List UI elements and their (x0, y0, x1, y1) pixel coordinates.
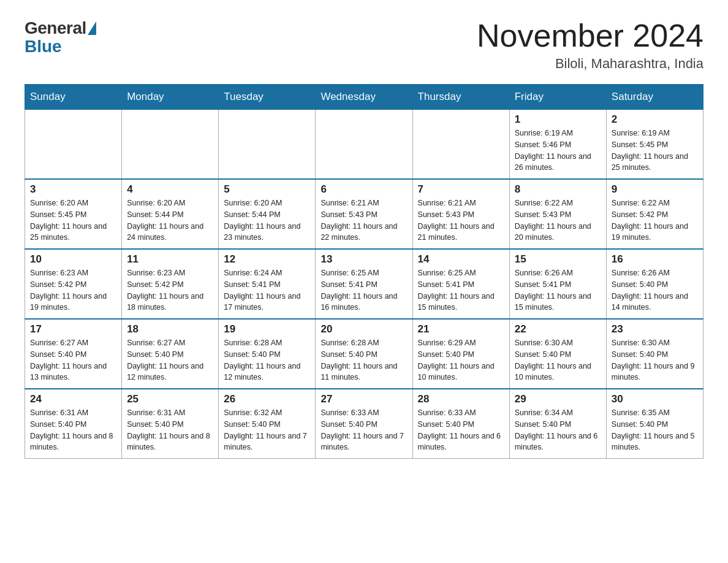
day-info: Sunrise: 6:27 AM Sunset: 5:40 PM Dayligh… (127, 337, 213, 383)
day-number: 17 (30, 323, 116, 335)
day-info: Sunrise: 6:25 AM Sunset: 5:41 PM Dayligh… (418, 267, 504, 313)
day-number: 8 (515, 183, 601, 196)
calendar-cell (122, 110, 219, 180)
calendar-cell: 8Sunrise: 6:22 AM Sunset: 5:43 PM Daylig… (509, 179, 606, 249)
calendar-cell: 20Sunrise: 6:28 AM Sunset: 5:40 PM Dayli… (316, 319, 412, 389)
day-info: Sunrise: 6:22 AM Sunset: 5:42 PM Dayligh… (612, 197, 698, 243)
calendar-week-row: 3Sunrise: 6:20 AM Sunset: 5:45 PM Daylig… (25, 179, 703, 249)
day-number: 23 (612, 323, 698, 335)
day-info: Sunrise: 6:23 AM Sunset: 5:42 PM Dayligh… (127, 267, 213, 313)
day-info: Sunrise: 6:19 AM Sunset: 5:46 PM Dayligh… (515, 128, 601, 174)
day-number: 22 (515, 323, 601, 335)
day-number: 27 (320, 393, 407, 405)
day-info: Sunrise: 6:20 AM Sunset: 5:44 PM Dayligh… (127, 197, 213, 243)
calendar-cell: 14Sunrise: 6:25 AM Sunset: 5:41 PM Dayli… (412, 249, 509, 319)
day-info: Sunrise: 6:33 AM Sunset: 5:40 PM Dayligh… (418, 407, 504, 453)
calendar-cell: 6Sunrise: 6:21 AM Sunset: 5:43 PM Daylig… (316, 179, 412, 249)
day-info: Sunrise: 6:26 AM Sunset: 5:41 PM Dayligh… (515, 267, 601, 313)
day-number: 28 (418, 393, 504, 405)
calendar-cell: 10Sunrise: 6:23 AM Sunset: 5:42 PM Dayli… (25, 249, 122, 319)
calendar-header-monday: Monday (122, 85, 219, 110)
calendar-cell: 19Sunrise: 6:28 AM Sunset: 5:40 PM Dayli… (219, 319, 316, 389)
calendar-cell (25, 110, 122, 180)
day-number: 24 (30, 393, 116, 405)
calendar-header-friday: Friday (509, 85, 606, 110)
day-number: 18 (127, 323, 213, 335)
day-number: 26 (224, 393, 310, 405)
calendar-cell: 3Sunrise: 6:20 AM Sunset: 5:45 PM Daylig… (25, 179, 122, 249)
calendar-cell: 26Sunrise: 6:32 AM Sunset: 5:40 PM Dayli… (219, 389, 316, 459)
calendar-cell (219, 110, 316, 180)
calendar-cell: 21Sunrise: 6:29 AM Sunset: 5:40 PM Dayli… (412, 319, 509, 389)
day-number: 9 (612, 183, 698, 196)
day-number: 1 (515, 113, 601, 126)
day-info: Sunrise: 6:30 AM Sunset: 5:40 PM Dayligh… (515, 337, 601, 383)
day-number: 16 (612, 253, 698, 266)
logo-general-text: General (25, 18, 86, 38)
day-info: Sunrise: 6:20 AM Sunset: 5:44 PM Dayligh… (224, 197, 310, 243)
day-number: 5 (224, 183, 310, 196)
day-info: Sunrise: 6:30 AM Sunset: 5:40 PM Dayligh… (612, 337, 698, 383)
day-number: 25 (127, 393, 213, 405)
calendar-week-row: 24Sunrise: 6:31 AM Sunset: 5:40 PM Dayli… (25, 389, 703, 459)
calendar-cell: 18Sunrise: 6:27 AM Sunset: 5:40 PM Dayli… (122, 319, 219, 389)
calendar-cell: 24Sunrise: 6:31 AM Sunset: 5:40 PM Dayli… (25, 389, 122, 459)
day-info: Sunrise: 6:26 AM Sunset: 5:40 PM Dayligh… (612, 267, 698, 313)
day-info: Sunrise: 6:31 AM Sunset: 5:40 PM Dayligh… (127, 407, 213, 453)
day-info: Sunrise: 6:25 AM Sunset: 5:41 PM Dayligh… (320, 267, 407, 313)
calendar-cell (316, 110, 412, 180)
calendar-cell: 11Sunrise: 6:23 AM Sunset: 5:42 PM Dayli… (122, 249, 219, 319)
day-number: 6 (320, 183, 407, 196)
calendar-cell: 9Sunrise: 6:22 AM Sunset: 5:42 PM Daylig… (606, 179, 703, 249)
calendar-header-row: SundayMondayTuesdayWednesdayThursdayFrid… (25, 85, 703, 110)
calendar-cell: 16Sunrise: 6:26 AM Sunset: 5:40 PM Dayli… (606, 249, 703, 319)
day-info: Sunrise: 6:29 AM Sunset: 5:40 PM Dayligh… (418, 337, 504, 383)
logo: General Blue (25, 18, 96, 56)
day-info: Sunrise: 6:23 AM Sunset: 5:42 PM Dayligh… (30, 267, 116, 313)
day-info: Sunrise: 6:34 AM Sunset: 5:40 PM Dayligh… (515, 407, 601, 453)
calendar-cell: 25Sunrise: 6:31 AM Sunset: 5:40 PM Dayli… (122, 389, 219, 459)
day-number: 21 (418, 323, 504, 335)
day-info: Sunrise: 6:32 AM Sunset: 5:40 PM Dayligh… (224, 407, 310, 453)
day-info: Sunrise: 6:22 AM Sunset: 5:43 PM Dayligh… (515, 197, 601, 243)
day-number: 13 (320, 253, 407, 266)
day-info: Sunrise: 6:20 AM Sunset: 5:45 PM Dayligh… (30, 197, 116, 243)
day-info: Sunrise: 6:19 AM Sunset: 5:45 PM Dayligh… (612, 128, 698, 174)
calendar-week-row: 10Sunrise: 6:23 AM Sunset: 5:42 PM Dayli… (25, 249, 703, 319)
day-number: 11 (127, 253, 213, 266)
calendar-header-wednesday: Wednesday (316, 85, 412, 110)
day-number: 10 (30, 253, 116, 266)
calendar-cell: 30Sunrise: 6:35 AM Sunset: 5:40 PM Dayli… (606, 389, 703, 459)
day-number: 4 (127, 183, 213, 196)
calendar-cell: 28Sunrise: 6:33 AM Sunset: 5:40 PM Dayli… (412, 389, 509, 459)
calendar-header-sunday: Sunday (25, 85, 122, 110)
calendar-table: SundayMondayTuesdayWednesdayThursdayFrid… (25, 84, 703, 459)
month-title: November 2024 (477, 18, 703, 53)
logo-triangle-icon (88, 21, 96, 35)
calendar-cell: 29Sunrise: 6:34 AM Sunset: 5:40 PM Dayli… (509, 389, 606, 459)
day-number: 19 (224, 323, 310, 335)
calendar-week-row: 17Sunrise: 6:27 AM Sunset: 5:40 PM Dayli… (25, 319, 703, 389)
day-number: 15 (515, 253, 601, 266)
calendar-header-saturday: Saturday (606, 85, 703, 110)
calendar-cell: 13Sunrise: 6:25 AM Sunset: 5:41 PM Dayli… (316, 249, 412, 319)
calendar-cell: 22Sunrise: 6:30 AM Sunset: 5:40 PM Dayli… (509, 319, 606, 389)
calendar-cell: 23Sunrise: 6:30 AM Sunset: 5:40 PM Dayli… (606, 319, 703, 389)
day-info: Sunrise: 6:35 AM Sunset: 5:40 PM Dayligh… (612, 407, 698, 453)
logo-blue-text: Blue (25, 37, 62, 56)
day-number: 7 (418, 183, 504, 196)
day-info: Sunrise: 6:28 AM Sunset: 5:40 PM Dayligh… (224, 337, 310, 383)
page-header: General Blue November 2024 Biloli, Mahar… (25, 18, 703, 72)
calendar-cell: 4Sunrise: 6:20 AM Sunset: 5:44 PM Daylig… (122, 179, 219, 249)
day-info: Sunrise: 6:28 AM Sunset: 5:40 PM Dayligh… (320, 337, 407, 383)
location-title: Biloli, Maharashtra, India (477, 56, 703, 72)
calendar-cell: 5Sunrise: 6:20 AM Sunset: 5:44 PM Daylig… (219, 179, 316, 249)
day-info: Sunrise: 6:33 AM Sunset: 5:40 PM Dayligh… (320, 407, 407, 453)
day-number: 30 (612, 393, 698, 405)
day-number: 29 (515, 393, 601, 405)
calendar-cell: 2Sunrise: 6:19 AM Sunset: 5:45 PM Daylig… (606, 110, 703, 180)
calendar-week-row: 1Sunrise: 6:19 AM Sunset: 5:46 PM Daylig… (25, 110, 703, 180)
calendar-cell: 17Sunrise: 6:27 AM Sunset: 5:40 PM Dayli… (25, 319, 122, 389)
calendar-cell (412, 110, 509, 180)
day-info: Sunrise: 6:21 AM Sunset: 5:43 PM Dayligh… (320, 197, 407, 243)
